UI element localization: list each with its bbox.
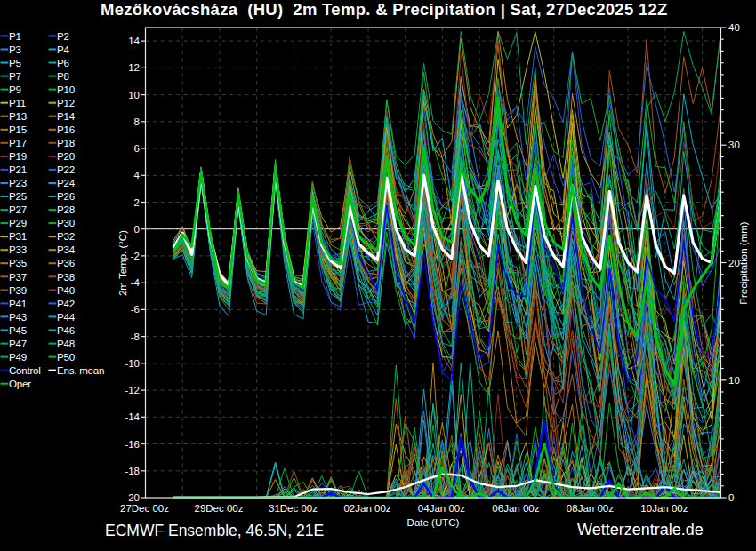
svg-text:P26: P26 <box>57 190 75 202</box>
svg-text:0: 0 <box>134 224 140 235</box>
svg-text:P7: P7 <box>9 70 21 82</box>
svg-text:P24: P24 <box>57 177 76 188</box>
svg-text:-6: -6 <box>131 304 140 315</box>
svg-text:Precipitation (mm): Precipitation (mm) <box>738 221 749 304</box>
svg-text:P6: P6 <box>57 57 69 68</box>
svg-text:P50: P50 <box>57 351 75 363</box>
svg-text:P17: P17 <box>9 137 27 148</box>
svg-text:P38: P38 <box>57 271 75 283</box>
svg-text:-12: -12 <box>125 385 140 395</box>
svg-text:-18: -18 <box>125 466 140 476</box>
svg-text:P20: P20 <box>57 150 75 162</box>
svg-text:P49: P49 <box>9 351 27 363</box>
svg-text:2: 2 <box>134 197 140 208</box>
svg-text:P41: P41 <box>9 298 27 309</box>
svg-text:P9: P9 <box>9 84 21 95</box>
svg-text:P39: P39 <box>9 284 27 296</box>
svg-text:P11: P11 <box>9 97 26 108</box>
svg-text:ECMWF Ensemble, 46.5N, 21E: ECMWF Ensemble, 46.5N, 21E <box>105 522 324 539</box>
svg-text:-10: -10 <box>125 358 140 369</box>
svg-text:-16: -16 <box>125 439 140 450</box>
svg-text:P33: P33 <box>9 244 27 255</box>
svg-text:P48: P48 <box>57 338 75 349</box>
svg-text:4: 4 <box>134 170 141 180</box>
svg-text:-4: -4 <box>131 277 141 288</box>
svg-text:P42: P42 <box>57 298 75 309</box>
svg-text:2m Temp. (°C): 2m Temp. (°C) <box>117 230 128 296</box>
svg-text:P29: P29 <box>9 217 27 228</box>
svg-text:P45: P45 <box>9 324 27 336</box>
svg-text:P14: P14 <box>57 110 76 122</box>
svg-text:P28: P28 <box>57 204 75 215</box>
svg-text:P21: P21 <box>9 164 27 175</box>
svg-text:P32: P32 <box>57 230 75 242</box>
svg-text:14: 14 <box>128 36 140 46</box>
svg-text:Wetterzentrale.de: Wetterzentrale.de <box>577 521 704 539</box>
svg-text:10: 10 <box>128 90 140 100</box>
svg-text:-2: -2 <box>131 251 140 261</box>
svg-text:Oper: Oper <box>9 378 31 389</box>
svg-text:P46: P46 <box>57 324 75 336</box>
svg-text:P34: P34 <box>57 244 76 255</box>
svg-text:6: 6 <box>134 143 140 154</box>
svg-text:8: 8 <box>134 116 140 127</box>
svg-text:P43: P43 <box>9 311 27 323</box>
svg-text:P1: P1 <box>9 30 21 42</box>
svg-text:Control: Control <box>9 364 41 376</box>
svg-text:P25: P25 <box>9 190 27 202</box>
svg-text:P2: P2 <box>57 30 69 42</box>
svg-text:P18: P18 <box>57 137 75 148</box>
svg-text:P36: P36 <box>57 257 75 268</box>
svg-text:02Jan 00z: 02Jan 00z <box>343 503 390 514</box>
svg-text:10: 10 <box>728 375 740 386</box>
svg-text:P13: P13 <box>9 110 27 122</box>
svg-text:Mezőkovácsháza (HU) 2m Temp.: Mezőkovácsháza (HU) 2m Temp. & Precipita… <box>101 0 668 19</box>
svg-text:31Dec 00z: 31Dec 00z <box>269 503 318 514</box>
svg-text:P31: P31 <box>9 230 27 242</box>
svg-text:P19: P19 <box>9 150 27 162</box>
svg-text:P12: P12 <box>57 97 75 108</box>
svg-text:P3: P3 <box>9 44 21 55</box>
svg-text:08Jan 00z: 08Jan 00z <box>567 503 614 514</box>
svg-text:P16: P16 <box>57 124 75 135</box>
svg-text:-8: -8 <box>131 331 140 342</box>
svg-text:Date (UTC): Date (UTC) <box>407 517 460 528</box>
svg-text:P15: P15 <box>9 124 27 135</box>
svg-text:10Jan 00z: 10Jan 00z <box>640 503 688 514</box>
svg-text:30: 30 <box>728 140 740 150</box>
svg-text:P27: P27 <box>9 204 27 215</box>
svg-text:P40: P40 <box>57 284 75 296</box>
svg-text:P4: P4 <box>57 44 69 55</box>
svg-text:Ens. mean: Ens. mean <box>57 364 104 376</box>
svg-text:-14: -14 <box>125 411 140 422</box>
svg-text:12: 12 <box>128 62 140 73</box>
svg-text:P8: P8 <box>57 70 69 82</box>
svg-text:27Dec 00z: 27Dec 00z <box>120 503 169 514</box>
svg-text:40: 40 <box>728 22 740 33</box>
svg-text:-20: -20 <box>125 492 140 503</box>
svg-text:P22: P22 <box>57 164 75 175</box>
svg-text:29Dec 00z: 29Dec 00z <box>195 503 244 514</box>
svg-text:P47: P47 <box>9 338 27 349</box>
svg-text:P10: P10 <box>57 84 75 95</box>
svg-text:P30: P30 <box>57 217 75 228</box>
svg-text:04Jan 00z: 04Jan 00z <box>418 503 465 514</box>
svg-text:06Jan 00z: 06Jan 00z <box>492 503 539 514</box>
svg-text:P35: P35 <box>9 257 27 268</box>
svg-text:P23: P23 <box>9 177 27 188</box>
svg-text:P37: P37 <box>9 271 27 283</box>
svg-text:P5: P5 <box>9 57 21 68</box>
svg-text:P44: P44 <box>57 311 76 323</box>
svg-text:0: 0 <box>728 492 734 503</box>
